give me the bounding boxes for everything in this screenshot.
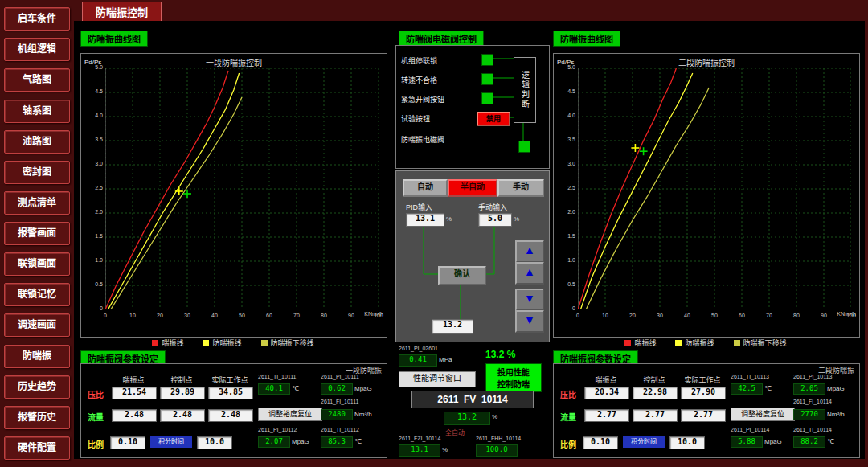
y-tick-label: 1.5 [555,233,575,239]
arrow-up-icon[interactable]: ▲ [515,262,544,285]
sidebar-item-13[interactable]: 历史趋势 [4,375,70,399]
sidebar-item-12[interactable]: 防喘振 [4,345,70,368]
sidebar-item-7[interactable]: 测点清单 [4,191,70,215]
chart-legend-left: 喘振线防喘振线防喘振下移线 [80,338,386,348]
valve-position-value: 13.2 [444,412,490,425]
disable-button[interactable]: 禁用 [477,112,510,126]
chart-title: 二段防喘振控制 [554,56,859,68]
param-value[interactable]: 2.77 [633,409,678,422]
param-value[interactable]: 22.98 [633,387,678,399]
performance-window-button[interactable]: 性能调节窗口 [399,371,476,387]
tag-unit: MpaG [827,385,845,392]
sidebar-item-8[interactable]: 报警画面 [4,222,70,245]
y-tick-label: 3.0 [83,161,103,166]
pid-i-value[interactable]: 10.0 [669,436,705,449]
legend-swatch-icon [261,340,268,346]
fhh-tag-label: 2611_FHH_10114 [476,436,521,441]
sidebar-item-10[interactable]: 联锁记忆 [4,283,70,306]
mode-button-1[interactable]: 自动 [403,179,448,197]
param-value[interactable]: 2.77 [681,409,726,422]
left-chart-label: 防喘振曲线图 [80,31,148,47]
sidebar-item-1[interactable]: 启车条件 [4,7,70,31]
pid-input-unit: % [446,215,452,223]
tag-label: 2611_PI_10112 [258,427,297,432]
sidebar-item-5[interactable]: 油路图 [4,130,70,154]
tag-value: 40.1 [258,383,290,395]
legend-swatch-icon [203,340,209,346]
series-防喘振下移线 [586,88,709,309]
x-tick-label: 60 [261,313,277,318]
tag-value: 5.88 [731,436,763,448]
setpoint-value[interactable]: 13.2 [432,319,473,334]
sidebar-item-11[interactable]: 调速画面 [4,313,70,337]
arrow-down-icon[interactable]: ▼ [515,289,544,311]
confirm-button[interactable]: 确认 [438,266,486,285]
sidebar-item-14[interactable]: 报警历史 [4,406,70,429]
legend-label: 防喘振下移线 [743,338,787,348]
pid-input-value[interactable]: 13.1 [406,213,444,227]
sidebar-item-6[interactable]: 密封图 [4,161,70,184]
y-tick-label: 5.0 [83,64,103,70]
param-value[interactable]: 29.89 [160,387,205,399]
mode-button-2[interactable]: 半自动 [448,179,497,197]
valve-status-label: 全自动 [445,428,465,436]
pid-i-label: 积分时间 [150,436,192,448]
pid-p-value[interactable]: 0.10 [583,436,618,449]
valve-tag-plate: 2611_FV_10114 [411,391,534,408]
param-value[interactable]: 20.34 [584,387,629,399]
y-tick-label: 2.0 [555,209,575,215]
y-tick-label: 1.0 [83,257,103,263]
y-tick-label: 2.5 [555,185,575,190]
params-panel-right: 二段防喘振 喘振点控制点实际工作点压比20.3422.9827.90流量2.77… [553,363,860,458]
arrow-up-fast-icon[interactable]: ▲ [515,240,544,263]
margin-reset-button[interactable]: 调整裕度复位 [258,408,322,421]
mode-button-3[interactable]: 手动 [497,179,544,197]
param-value[interactable]: 2.77 [584,409,629,422]
tag-unit: MpaG [354,385,372,392]
param-value[interactable]: 34.85 [208,387,253,399]
x-tick-label: 60 [734,313,750,318]
arrow-down-fast-icon[interactable]: ▼ [515,310,544,333]
enable-performance-button[interactable]: 投用性能 控制防喘 [485,363,542,392]
x-tick-label: 90 [816,313,832,318]
pressure-tag-value: 0.41 [399,354,437,367]
pid-p-value[interactable]: 0.10 [110,436,145,449]
x-tick-label: 90 [343,313,359,318]
fzi-tag-value: 13.1 [399,444,440,457]
solenoid-row-label: 试验按钮 [401,113,430,124]
sidebar-item-2[interactable]: 机组逻辑 [4,38,70,61]
sidebar-item-15[interactable]: 硬件配置 [4,436,70,460]
series-防喘振线 [108,73,239,309]
series-喘振线 [105,71,228,309]
param-value[interactable]: 2.48 [112,409,157,422]
param-value[interactable]: 2.48 [160,409,205,422]
x-tick-label: 20 [152,313,168,318]
y-tick-label: 0 [83,305,103,311]
legend-label: 喘振线 [634,338,656,348]
legend-label: 防喘振线 [685,338,714,348]
enable-performance-line1: 投用性能 [486,366,541,378]
column-header: 实际工作点 [208,375,252,385]
sidebar-item-9[interactable]: 联锁画面 [4,252,70,276]
pid-i-value[interactable]: 10.0 [197,436,232,449]
column-header: 喘振点 [584,375,628,385]
chart-legend-right: 喘振线防喘振线防喘振下移线 [553,338,858,348]
legend-swatch-icon [152,340,158,346]
y-tick-label: 1.0 [555,257,575,263]
margin-reset-button[interactable]: 调整裕度复位 [731,408,795,421]
param-value[interactable]: 27.90 [681,387,726,399]
solenoid-row-label: 转速不合格 [401,75,437,85]
sidebar-item-3[interactable]: 气路图 [4,68,70,92]
param-value[interactable]: 2.48 [208,409,253,422]
chart-plot-area [105,68,379,309]
solenoid-row-label: 紧急开阀按钮 [401,94,444,104]
sidebar-item-4[interactable]: 轴系图 [4,100,70,123]
param-value[interactable]: 21.54 [112,387,157,399]
x-tick-label: 10 [597,313,613,318]
y-tick-label: 3.0 [555,161,575,166]
legend-item: 防喘振线 [675,338,714,348]
y-tick-label: 1.5 [83,233,103,239]
valve-mode-panel: PID输入 手动输入 13.1 % 5.0 % 确认 ▲ ▲ ▼ ▼ 13.2 … [395,170,550,342]
manual-input-value[interactable]: 5.0 [478,213,512,227]
pid-i-label: 积分时间 [623,436,665,448]
